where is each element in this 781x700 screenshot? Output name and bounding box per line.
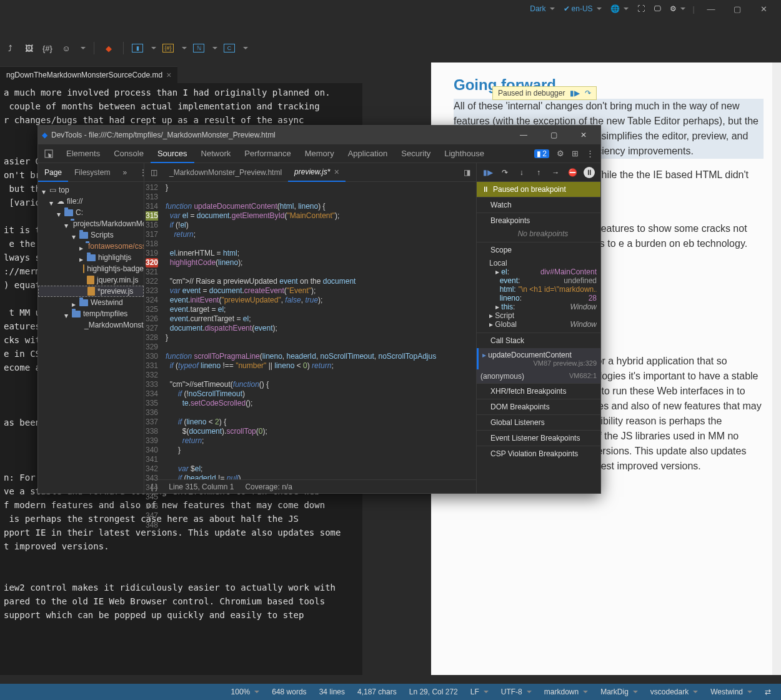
- step-button[interactable]: →: [550, 167, 561, 178]
- resume-icon[interactable]: ▮▶: [570, 89, 580, 98]
- cursor-position: Line 315, Column 1: [169, 482, 234, 491]
- devtools-title: DevTools - file:///C:/temp/tmpfiles/_Mar…: [51, 131, 276, 139]
- messages-badge[interactable]: ▮2: [534, 149, 549, 158]
- callstack-frame-0[interactable]: ▸ updateDocumentContentVM87 preview.js:3…: [477, 348, 600, 369]
- more-icon[interactable]: ⋮: [586, 149, 594, 158]
- emoji-icon[interactable]: ☺: [60, 42, 72, 54]
- close-icon[interactable]: ×: [166, 70, 171, 80]
- devtools-minimize[interactable]: —: [510, 126, 537, 144]
- window-maximize[interactable]: ▢: [725, 0, 750, 18]
- source-code[interactable]: }function updateDocumentContent(html, li…: [162, 182, 476, 479]
- devtools-icon: ◆: [42, 131, 47, 139]
- share-icon[interactable]: ⤴: [4, 42, 16, 54]
- fullscreen-icon[interactable]: ⛶: [634, 3, 649, 14]
- step-icon[interactable]: ↷: [585, 89, 591, 98]
- step-over-button[interactable]: ↷: [499, 167, 510, 178]
- words-seg: 648 words: [266, 688, 312, 696]
- dom-bp-section[interactable]: DOM Breakpoints: [477, 399, 600, 414]
- theme-dropdown[interactable]: Dark: [526, 3, 558, 14]
- filetab-preview-html[interactable]: _MarkdownMonster_Preview.html: [163, 163, 288, 182]
- tab-security[interactable]: Security: [394, 144, 437, 163]
- tab-application[interactable]: Application: [341, 144, 395, 163]
- dock-icon[interactable]: ⊞: [572, 149, 579, 158]
- event-bp-section[interactable]: Event Listener Breakpoints: [477, 431, 600, 446]
- csp-bp-section[interactable]: CSP Violation Breakpoints: [477, 446, 600, 461]
- swap-icon[interactable]: ⇄: [759, 688, 777, 696]
- enc-seg[interactable]: UTF-8: [495, 688, 538, 696]
- t1-icon[interactable]: ▮: [132, 44, 143, 52]
- tab-console[interactable]: Console: [107, 144, 151, 163]
- mode-seg[interactable]: markdown: [538, 688, 594, 696]
- close-icon[interactable]: ×: [334, 167, 339, 177]
- xhr-bp-section[interactable]: XHR/fetch Breakpoints: [477, 384, 600, 399]
- braces-icon[interactable]: {#}: [41, 42, 54, 54]
- image-icon[interactable]: 🖼: [22, 42, 35, 54]
- scope-section[interactable]: Scope: [477, 242, 600, 258]
- listeners-section[interactable]: Global Listeners: [477, 415, 600, 430]
- breakpoints-section[interactable]: Breakpoints: [477, 213, 600, 228]
- watch-section[interactable]: Watch: [477, 198, 600, 212]
- callstack-frame-1[interactable]: (anonymous)VM682:1: [477, 369, 600, 383]
- git-icon[interactable]: ◆: [102, 42, 115, 54]
- t3-icon[interactable]: ℕ: [193, 44, 204, 52]
- gear-icon[interactable]: ⚙: [666, 3, 689, 14]
- paused-badge: Paused in debugger ▮▶ ↷: [492, 86, 597, 100]
- editortheme-seg[interactable]: vscodedark: [644, 688, 704, 696]
- step-out-button[interactable]: ↑: [533, 167, 544, 178]
- cursor-seg: Ln 29, Col 272: [403, 688, 464, 696]
- resume-button[interactable]: ▮▶: [482, 167, 494, 178]
- tab-elements[interactable]: Elements: [59, 144, 107, 163]
- filetab-preview-js[interactable]: preview.js*×: [288, 163, 346, 182]
- pause-banner: ⏸ Paused on breakpoint: [477, 182, 600, 197]
- devtools-maximize[interactable]: ▢: [540, 126, 567, 144]
- coverage: Coverage: n/a: [245, 482, 292, 491]
- devtools-close[interactable]: ✕: [570, 126, 597, 144]
- gear-icon[interactable]: ⚙: [557, 149, 564, 158]
- navigator-tab-filesystem[interactable]: Filesystem: [68, 163, 116, 182]
- editor-tab-label: ngDownTheMarkdownMonsterSourceCode.md: [6, 71, 162, 79]
- deactivate-bp-button[interactable]: ⛔: [567, 167, 578, 178]
- monitor-icon[interactable]: 🖵: [650, 3, 665, 14]
- tab-sources[interactable]: Sources: [151, 144, 194, 163]
- step-into-button[interactable]: ↓: [516, 167, 527, 178]
- navigator-toggle-icon[interactable]: ◫: [144, 168, 163, 177]
- tab-memory[interactable]: Memory: [298, 144, 341, 163]
- callstack-section[interactable]: Call Stack: [477, 333, 600, 348]
- tab-lighthouse[interactable]: Lighthouse: [437, 144, 491, 163]
- tree-preview-js[interactable]: *preview.js: [38, 286, 144, 297]
- preview-scrollbar[interactable]: [772, 62, 781, 675]
- file-tree[interactable]: ▾▭top ▾☁file:// ▾C: ▾projects/MarkdownMo…: [38, 182, 144, 493]
- inspect-icon[interactable]: [38, 149, 59, 159]
- le-seg[interactable]: LF: [464, 688, 495, 696]
- tab-network[interactable]: Network: [194, 144, 238, 163]
- t2-icon[interactable]: {#}: [162, 44, 174, 52]
- chars-seg: 4,187 chars: [351, 688, 403, 696]
- lines-seg: 34 lines: [313, 688, 351, 696]
- window-minimize[interactable]: —: [699, 0, 724, 18]
- navigator-tab-page[interactable]: Page: [38, 163, 68, 182]
- devtools-window: ◆ DevTools - file:///C:/temp/tmpfiles/_M…: [37, 125, 601, 494]
- editor-tab[interactable]: ngDownTheMarkdownMonsterSourceCode.md ×: [0, 66, 177, 83]
- tab-performance[interactable]: Performance: [237, 144, 297, 163]
- window-close[interactable]: ✕: [751, 0, 776, 18]
- previewtheme-seg[interactable]: Westwind: [704, 688, 759, 696]
- parser-seg[interactable]: MarkDig: [594, 688, 644, 696]
- pause-exceptions-button[interactable]: ⏸: [584, 167, 595, 178]
- zoom-seg[interactable]: 100%: [225, 688, 266, 696]
- navigator-tab-more[interactable]: »: [116, 163, 133, 182]
- sidebar-toggle-icon[interactable]: ◨: [457, 168, 476, 177]
- debugger-toolbar: ▮▶ ↷ ↓ ↑ → ⛔ ⏸: [477, 163, 600, 182]
- statusbar: 100% 648 words 34 lines 4,187 chars Ln 2…: [0, 684, 781, 700]
- lang-dropdown[interactable]: ✔en-US: [560, 3, 605, 14]
- globe-icon[interactable]: 🌐: [607, 3, 632, 14]
- t4-icon[interactable]: C: [224, 44, 235, 52]
